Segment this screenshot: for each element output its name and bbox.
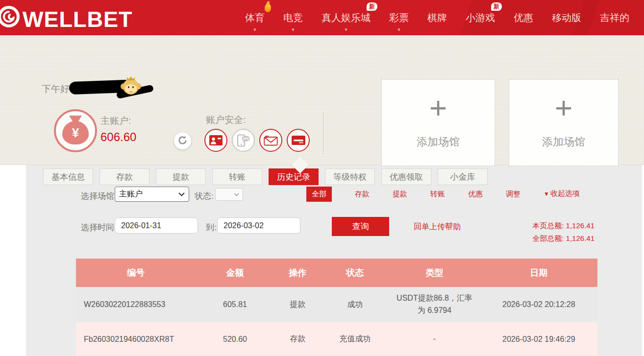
plus-icon: + (509, 93, 618, 123)
nav-item-lottery[interactable]: 彩票▾ (389, 0, 409, 35)
divider (323, 112, 323, 154)
type-filter-withdraw[interactable]: 提款 (393, 190, 407, 199)
yuan-symbol: ¥ (62, 121, 89, 144)
monkey-emoji (121, 77, 141, 96)
type-filter-deposit[interactable]: 存款 (355, 190, 370, 199)
venue-select[interactable]: 主账户 (115, 187, 189, 202)
flame-icon (264, 3, 272, 12)
nav-item-label: 小游戏 (466, 11, 495, 24)
table-header-cell: 类型 (389, 259, 480, 287)
tab-vault[interactable]: 小金库 (438, 168, 488, 185)
cell-id: Fb26030219460028XR8T (76, 322, 196, 356)
page-total: 本页总额: 1,126.41 (532, 219, 594, 232)
nav-item-esports[interactable]: 电竞▾ (283, 0, 303, 35)
table-header-cell: 编号 (76, 259, 196, 287)
venue-select-value: 主账户 (119, 189, 143, 199)
history-table: 编号金额操作状态类型日期 W26030220122883553605.81提款成… (76, 259, 597, 356)
account-panel: 下午好 ¥ 主账户: 606.60 账户安全: (0, 35, 644, 165)
nav-item-label: 彩票 (389, 11, 409, 24)
sms-phone-icon[interactable]: SMS (232, 129, 255, 152)
svg-text:SMS: SMS (243, 137, 248, 140)
account-tabs: 基本信息存款提款转账历史记录等级特权优惠领取小金库 (43, 168, 488, 185)
cell-amount: 605.81 (196, 287, 274, 322)
wallet-icon: ¥ (54, 109, 97, 152)
add-venue-card[interactable]: + 添加场馆 (381, 79, 495, 166)
cell-operation: 提款 (274, 287, 321, 322)
nav-item-jixiang[interactable]: 吉祥的 (600, 0, 629, 35)
brand-logo[interactable]: WELLBET (3, 4, 132, 35)
bank-card-icon[interactable] (287, 129, 310, 152)
collapse-options-link[interactable]: ▼ 收起选项 (544, 189, 580, 198)
chevron-down-icon: ▾ (253, 27, 256, 32)
censored-username (69, 80, 128, 95)
nav-item-label: 棋牌 (427, 11, 447, 24)
nav-item-promotions[interactable]: 优惠 (514, 0, 533, 35)
chevron-down-icon: ▾ (345, 27, 347, 32)
chevron-down-icon: ▾ (292, 27, 295, 32)
tab-transfer[interactable]: 转账 (212, 168, 262, 185)
chevron-down-icon (178, 192, 185, 196)
all-total: 全部总额: 1,126.41 (532, 232, 594, 245)
nav-item-label: 吉祥的 (600, 11, 629, 24)
cell-status: 充值成功 (321, 322, 389, 356)
plus-icon: + (382, 93, 495, 123)
nav-item-mobile[interactable]: 移动版 (552, 0, 581, 35)
brand-swirl-icon (3, 4, 23, 35)
tab-vip-privilege[interactable]: 等级特权 (325, 168, 375, 185)
receipt-upload-help-link[interactable]: 回单上传帮助 (414, 222, 461, 232)
table-row: Fb26030219460028XR8T520.60存款充值成功-2026-03… (76, 322, 597, 356)
table-header-cell: 金额 (196, 259, 274, 287)
nav-item-label: 体育 (245, 11, 265, 24)
nav-item-label: 电竞 (283, 11, 303, 24)
tab-deposit[interactable]: 存款 (99, 168, 149, 185)
nav-item-label: 真人娱乐城 (322, 11, 371, 24)
nav-item-live-casino[interactable]: 真人娱乐城新▾ (322, 0, 371, 35)
chevron-down-icon (234, 193, 239, 196)
page: WELLBET 体育▾电竞▾真人娱乐城新▾彩票▾棋牌小游戏新优惠移动版吉祥的 下… (0, 0, 644, 356)
refresh-icon (177, 135, 188, 147)
table-header-cell: 操作 (274, 259, 321, 287)
tab-basic-info[interactable]: 基本信息 (43, 168, 93, 185)
email-icon[interactable] (259, 129, 282, 152)
brand-logo-text: WELLBET (23, 7, 132, 32)
nav-item-sports[interactable]: 体育▾ (245, 0, 265, 35)
time-select-label: 选择时间: (81, 222, 117, 233)
date-from-input[interactable] (115, 217, 198, 234)
nav-item-board-games[interactable]: 棋牌 (427, 0, 447, 35)
main-account-balance: 606.60 (100, 130, 136, 144)
type-filter-row: 全部存款提款转账优惠调整 (306, 187, 520, 202)
tab-promo-claim[interactable]: 优惠领取 (381, 168, 431, 185)
add-venue-label: 添加场馆 (509, 135, 618, 149)
query-button[interactable]: 查询 (332, 217, 389, 236)
type-filter-transfer[interactable]: 转账 (430, 190, 445, 199)
tab-history[interactable]: 历史记录 (269, 168, 319, 185)
add-venue-card[interactable]: + 添加场馆 (509, 79, 619, 166)
new-badge: 新 (491, 2, 502, 11)
status-select[interactable] (215, 188, 243, 201)
nav-item-mini-games[interactable]: 小游戏新 (466, 0, 495, 35)
main-menu: 体育▾电竞▾真人娱乐城新▾彩票▾棋牌小游戏新优惠移动版吉祥的 (245, 0, 629, 35)
new-badge: 新 (367, 2, 377, 11)
table-header-cell: 状态 (321, 259, 389, 287)
type-filter-promo[interactable]: 优惠 (468, 190, 483, 199)
history-panel: 选择场馆: 主账户 状态: 全部存款提款转账优惠调整 ▼ 收起选项 选择时间: … (26, 165, 642, 356)
type-filter-adjust[interactable]: 调整 (506, 190, 520, 199)
date-to-input[interactable] (217, 217, 300, 234)
table-row: W26030220122883553605.81提款成功USDT提款86.8，汇… (76, 287, 597, 322)
cell-type: USDT提款86.8，汇率为 6.9794 (389, 287, 480, 322)
refresh-balance-button[interactable] (173, 132, 192, 150)
tab-withdraw[interactable]: 提款 (156, 168, 206, 185)
nav-item-label: 移动版 (552, 11, 581, 24)
cell-operation: 存款 (274, 322, 321, 356)
venue-select-label: 选择场馆: (81, 190, 117, 202)
cell-date: 2026-03-02 19:46:29 (480, 322, 597, 356)
status-select-label: 状态: (195, 190, 214, 202)
cell-date: 2026-03-02 20:12:28 (480, 287, 597, 322)
totals-block: 本页总额: 1,126.41 全部总额: 1,126.41 (532, 219, 594, 245)
collapse-options-label: 收起选项 (550, 189, 580, 198)
nav-item-label: 优惠 (514, 11, 533, 24)
id-card-icon[interactable] (204, 129, 227, 152)
main-account-label: 主账户: (100, 115, 131, 127)
type-filter-all[interactable]: 全部 (306, 187, 332, 202)
cell-id: W26030220122883553 (76, 287, 196, 322)
